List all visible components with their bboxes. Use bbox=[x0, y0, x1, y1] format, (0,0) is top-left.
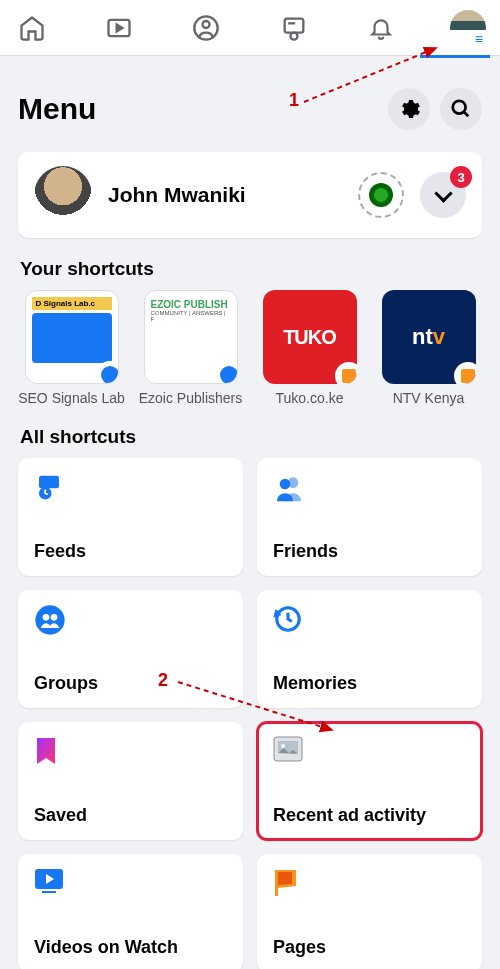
page-title: Menu bbox=[18, 92, 96, 126]
group-badge-icon bbox=[215, 361, 238, 384]
tile-label: Videos on Watch bbox=[34, 937, 227, 958]
svg-rect-20 bbox=[42, 891, 56, 893]
svg-point-12 bbox=[35, 605, 64, 634]
tile-memories[interactable]: Memories bbox=[257, 590, 482, 708]
tile-label: Feeds bbox=[34, 541, 227, 562]
tile-recent-ad-activity[interactable]: Recent ad activity bbox=[257, 722, 482, 840]
page-badge-icon bbox=[335, 362, 357, 384]
shortcut-label: SEO Signals Lab bbox=[18, 390, 125, 406]
svg-point-18 bbox=[281, 744, 285, 748]
page-badge-icon bbox=[454, 362, 476, 384]
watch-tab[interactable] bbox=[99, 8, 139, 48]
memories-icon bbox=[273, 604, 305, 636]
svg-point-6 bbox=[453, 101, 466, 114]
tile-feeds[interactable]: Feeds bbox=[18, 458, 243, 576]
tile-pages[interactable]: Pages bbox=[257, 854, 482, 969]
shortcut-grid: Feeds Friends Groups Memories Saved bbox=[18, 458, 482, 969]
switch-avatar-icon bbox=[369, 183, 393, 207]
notification-badge: 3 bbox=[450, 166, 472, 188]
shortcut-label: Ezoic Publishers bbox=[139, 390, 243, 406]
tile-label: Memories bbox=[273, 673, 466, 694]
menu-tab-avatar[interactable] bbox=[448, 8, 488, 48]
tile-groups[interactable]: Groups bbox=[18, 590, 243, 708]
tile-label: Pages bbox=[273, 937, 466, 958]
svg-point-14 bbox=[51, 614, 58, 621]
svg-point-2 bbox=[203, 21, 210, 28]
shortcuts-row: D Signals Lab.c SEO Signals Lab EZOIC PU… bbox=[18, 290, 482, 406]
profile-photo bbox=[34, 166, 92, 224]
svg-rect-21 bbox=[275, 870, 278, 896]
shortcut-label: NTV Kenya bbox=[393, 390, 465, 406]
shortcut-thumb: EZOIC PUBLISH COMMUNITY | ANSWERS | F bbox=[144, 290, 238, 384]
svg-point-13 bbox=[43, 614, 50, 621]
switch-profile-button[interactable] bbox=[358, 172, 404, 218]
profile-tab[interactable] bbox=[186, 8, 226, 48]
recent-ad-icon bbox=[273, 736, 305, 768]
home-tab[interactable] bbox=[12, 8, 52, 48]
notifications-tab[interactable] bbox=[361, 8, 401, 48]
shortcut-thumb: D Signals Lab.c bbox=[25, 290, 119, 384]
shortcut-ezoic-publishers[interactable]: EZOIC PUBLISH COMMUNITY | ANSWERS | F Ez… bbox=[137, 290, 244, 406]
gear-icon bbox=[397, 97, 421, 121]
shortcut-ntv-kenya[interactable]: ntv NTV Kenya bbox=[375, 290, 482, 406]
top-tab-bar bbox=[0, 0, 500, 56]
shortcut-seo-signals-lab[interactable]: D Signals Lab.c SEO Signals Lab bbox=[18, 290, 125, 406]
active-tab-indicator bbox=[420, 55, 490, 58]
profile-name: John Mwaniki bbox=[108, 183, 342, 207]
friends-icon bbox=[273, 472, 305, 504]
videos-icon bbox=[34, 868, 66, 900]
svg-line-7 bbox=[464, 112, 469, 117]
shortcut-tuko[interactable]: TUKO Tuko.co.ke bbox=[256, 290, 363, 406]
saved-icon bbox=[34, 736, 66, 768]
svg-rect-3 bbox=[284, 18, 303, 32]
svg-rect-8 bbox=[39, 476, 59, 489]
all-shortcuts-heading: All shortcuts bbox=[20, 426, 480, 448]
menu-header: Menu bbox=[18, 88, 482, 130]
tile-label: Groups bbox=[34, 673, 227, 694]
search-button[interactable] bbox=[440, 88, 482, 130]
search-icon bbox=[450, 98, 472, 120]
tile-label: Saved bbox=[34, 805, 227, 826]
pages-icon bbox=[273, 868, 305, 900]
profile-card[interactable]: John Mwaniki 3 bbox=[18, 152, 482, 238]
marketplace-tab[interactable] bbox=[274, 8, 314, 48]
tile-label: Recent ad activity bbox=[273, 805, 466, 826]
groups-icon bbox=[34, 604, 66, 636]
tile-friends[interactable]: Friends bbox=[257, 458, 482, 576]
hamburger-badge-icon bbox=[470, 30, 488, 48]
shortcut-label: Tuko.co.ke bbox=[276, 390, 344, 406]
tile-label: Friends bbox=[273, 541, 466, 562]
shortcut-thumb: ntv bbox=[382, 290, 476, 384]
settings-button[interactable] bbox=[388, 88, 430, 130]
svg-point-11 bbox=[280, 479, 291, 490]
tile-saved[interactable]: Saved bbox=[18, 722, 243, 840]
feeds-icon bbox=[34, 472, 66, 504]
shortcut-thumb: TUKO bbox=[263, 290, 357, 384]
tile-videos-on-watch[interactable]: Videos on Watch bbox=[18, 854, 243, 969]
your-shortcuts-heading: Your shortcuts bbox=[20, 258, 480, 280]
group-badge-icon bbox=[96, 361, 119, 384]
svg-point-4 bbox=[290, 32, 297, 39]
